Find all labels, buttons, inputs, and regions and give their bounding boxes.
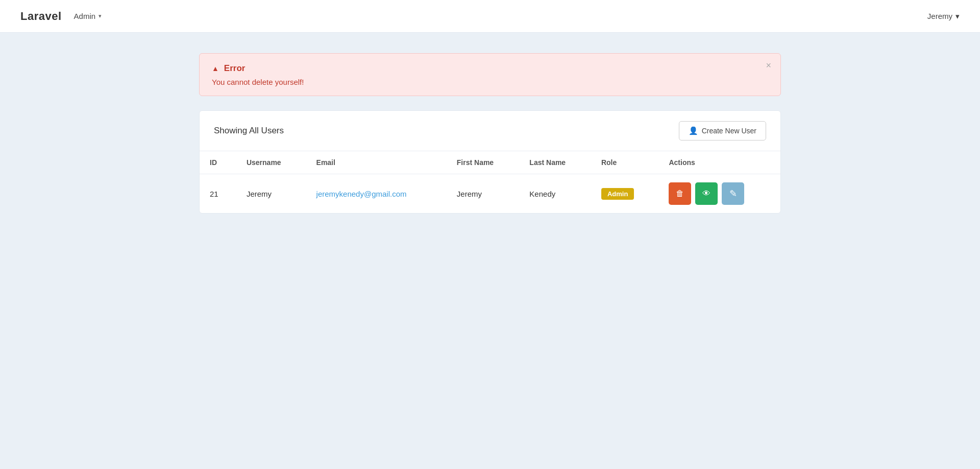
pencil-icon bbox=[729, 188, 737, 199]
navbar: Laravel Admin ▾ Jeremy ▾ bbox=[0, 0, 980, 33]
alert-title: Error bbox=[224, 63, 246, 74]
trash-icon bbox=[676, 189, 684, 199]
col-username: Username bbox=[236, 151, 306, 174]
alert-close-button[interactable]: × bbox=[766, 61, 771, 70]
card-title: Showing All Users bbox=[214, 126, 284, 136]
cell-first-name: Jeremy bbox=[447, 174, 520, 214]
actions-group bbox=[669, 182, 770, 205]
cell-id: 21 bbox=[200, 174, 236, 214]
view-button[interactable] bbox=[695, 182, 718, 205]
user-label: Jeremy bbox=[927, 12, 952, 20]
user-plus-icon bbox=[689, 126, 698, 135]
delete-button[interactable] bbox=[669, 182, 691, 205]
alert-message: You cannot delete yourself! bbox=[212, 78, 768, 86]
email-link[interactable]: jeremykenedy@gmail.com bbox=[316, 190, 407, 198]
navbar-left: Laravel Admin ▾ bbox=[20, 10, 102, 23]
col-id: ID bbox=[200, 151, 236, 174]
navbar-brand: Laravel bbox=[20, 10, 62, 23]
admin-dropdown[interactable]: Admin ▾ bbox=[74, 12, 102, 20]
cell-last-name: Kenedy bbox=[519, 174, 591, 214]
col-first-name: First Name bbox=[447, 151, 520, 174]
card-header: Showing All Users Create New User bbox=[200, 111, 780, 151]
users-table: ID Username Email First Name Last Name R… bbox=[200, 151, 780, 213]
error-alert: Error You cannot delete yourself! × bbox=[199, 53, 781, 96]
create-new-user-button[interactable]: Create New User bbox=[679, 121, 766, 140]
table-header: ID Username Email First Name Last Name R… bbox=[200, 151, 780, 174]
admin-label: Admin bbox=[74, 12, 96, 20]
cell-actions bbox=[658, 174, 780, 214]
table-body: 21 Jeremy jeremykenedy@gmail.com Jeremy … bbox=[200, 174, 780, 214]
table-header-row: ID Username Email First Name Last Name R… bbox=[200, 151, 780, 174]
cell-role: Admin bbox=[591, 174, 659, 214]
col-last-name: Last Name bbox=[519, 151, 591, 174]
col-actions: Actions bbox=[658, 151, 780, 174]
user-dropdown[interactable]: Jeremy ▾ bbox=[927, 12, 960, 21]
admin-chevron-icon: ▾ bbox=[99, 13, 102, 19]
table-row: 21 Jeremy jeremykenedy@gmail.com Jeremy … bbox=[200, 174, 780, 214]
alert-header: Error bbox=[212, 63, 768, 74]
cell-email: jeremykenedy@gmail.com bbox=[306, 174, 447, 214]
users-card: Showing All Users Create New User ID Use… bbox=[199, 110, 781, 214]
edit-button[interactable] bbox=[722, 182, 744, 205]
eye-icon bbox=[702, 189, 710, 199]
role-badge: Admin bbox=[601, 188, 634, 200]
user-chevron-icon: ▾ bbox=[955, 12, 960, 21]
col-role: Role bbox=[591, 151, 659, 174]
warning-icon bbox=[212, 63, 219, 74]
col-email: Email bbox=[306, 151, 447, 174]
main-content: Error You cannot delete yourself! × Show… bbox=[189, 53, 791, 214]
cell-username: Jeremy bbox=[236, 174, 306, 214]
create-button-label: Create New User bbox=[702, 127, 756, 135]
